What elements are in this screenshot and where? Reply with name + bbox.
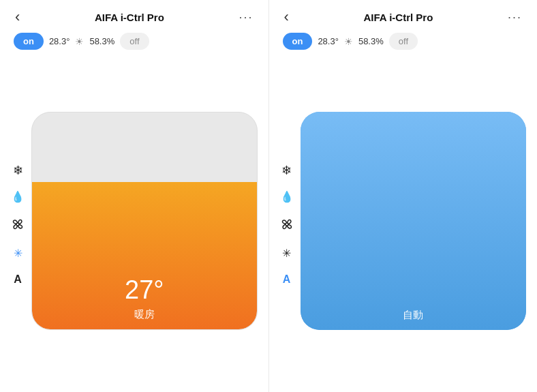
auto-icon-right[interactable]: A [283, 274, 291, 285]
thermo-card-cool[interactable]: 自動 [301, 112, 527, 330]
mode-icons-left: ❄ 💧 ✳ A [11, 157, 25, 285]
thermo-mode-cool: 自動 [301, 309, 527, 322]
more-button-right[interactable]: ··· [504, 9, 526, 26]
status-bar-left: on 28.3° ☀ 58.3% off [14, 33, 149, 50]
heat-icon-left[interactable]: ✳ [14, 248, 22, 259]
humidity-reading-left: 58.3% [89, 36, 114, 46]
thermo-fill-cool [301, 112, 527, 330]
snowflake-icon-right[interactable]: ❄ [281, 164, 292, 177]
status-bar-right: on 28.3° ☀ 58.3% off [283, 33, 418, 50]
thermo-temperature-warm: 27° [32, 275, 257, 305]
content-area-left: ❄ 💧 ✳ A 27° 暖房 [11, 61, 258, 381]
thermo-card-warm[interactable]: 27° 暖房 [31, 112, 258, 330]
mode-icons-right: ❄ 💧 ✳ A [280, 157, 294, 285]
on-button-left[interactable]: on [14, 33, 44, 50]
header-cool: ‹ AIFA i-Ctrl Pro ··· [280, 8, 527, 26]
sun-icon-left: ☀ [75, 36, 84, 47]
humidity-reading-right: 58.3% [358, 36, 384, 46]
auto-icon-left[interactable]: A [14, 274, 22, 285]
snowflake-icon-left[interactable]: ❄ [13, 164, 23, 177]
temperature-reading-right: 28.3° [318, 36, 339, 46]
heat-icon-right[interactable]: ✳ [282, 248, 291, 259]
water-drop-icon-left[interactable]: 💧 [11, 192, 25, 202]
thermo-fill-warm [32, 182, 257, 329]
content-area-right: ❄ 💧 ✳ A 自動 [280, 61, 527, 381]
app-title-right: AIFA i-Ctrl Pro [293, 12, 504, 23]
panel-cool: ‹ AIFA i-Ctrl Pro ··· on 28.3° ☀ 58.3% o… [268, 0, 538, 392]
sun-icon-right: ☀ [344, 36, 353, 47]
more-button-left[interactable]: ··· [234, 9, 257, 26]
off-button-right[interactable]: off [389, 33, 418, 50]
back-button-right[interactable]: ‹ [280, 8, 293, 26]
app-title-left: AIFA i-Ctrl Pro [24, 12, 234, 23]
back-button-left[interactable]: ‹ [11, 8, 24, 26]
fan-icon-left[interactable] [11, 217, 25, 233]
off-button-left[interactable]: off [120, 33, 149, 50]
header-warm: ‹ AIFA i-Ctrl Pro ··· [11, 8, 258, 26]
water-drop-icon-right[interactable]: 💧 [280, 192, 294, 202]
panel-warm: ‹ AIFA i-Ctrl Pro ··· on 28.3° ☀ 58.3% o… [0, 0, 268, 392]
temperature-reading-left: 28.3° [49, 36, 70, 46]
on-button-right[interactable]: on [283, 33, 313, 50]
thermo-mode-warm: 暖房 [32, 308, 257, 321]
fan-icon-right[interactable] [280, 217, 294, 233]
